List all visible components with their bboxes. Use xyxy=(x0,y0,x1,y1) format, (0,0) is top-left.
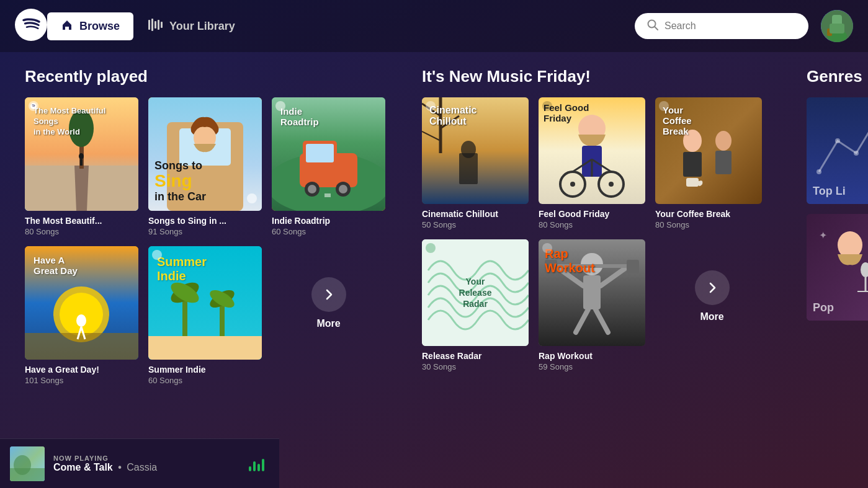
more-label: More xyxy=(316,318,340,329)
svg-point-52 xyxy=(461,141,476,158)
playlist-img-summer-indie: SummerIndie xyxy=(148,246,262,360)
playlist-name-3: Have a Great Day! xyxy=(25,365,138,375)
playlist-name-0: The Most Beautif... xyxy=(25,216,138,226)
new-music-more-button[interactable]: More xyxy=(655,239,769,353)
eq-bar-4 xyxy=(262,459,264,471)
library-label: Your Library xyxy=(169,20,235,33)
browse-button[interactable]: Browse xyxy=(47,12,133,40)
playlist-name-4: Summer Indie xyxy=(148,365,262,375)
svg-rect-5 xyxy=(161,22,163,28)
nf-name-radar: Release Radar xyxy=(422,351,529,361)
playlist-img-sing-car: Songs toSingin the Car xyxy=(148,97,262,211)
svg-point-86 xyxy=(835,138,840,143)
new-music-grid: CinematicChillout Cinematic Chillout 50 … xyxy=(422,97,782,371)
main-content: Recently played xyxy=(0,52,868,438)
genres-grid: Top Li xyxy=(807,97,868,321)
svg-rect-72 xyxy=(686,178,699,187)
playlist-card-indie-roadtrip[interactable]: IndieRoadtrip Indie Roadtrip 60 Songs xyxy=(272,97,385,236)
svg-rect-49 xyxy=(148,336,262,360)
avatar[interactable] xyxy=(821,10,853,42)
playlist-songs-3: 101 Songs xyxy=(25,376,138,385)
now-playing-info: NOW PLAYING Come & Talk • Cassia xyxy=(53,455,240,473)
svg-rect-2 xyxy=(151,19,153,31)
svg-point-87 xyxy=(854,151,859,156)
genres-section: Genres xyxy=(807,67,868,438)
eq-bar-1 xyxy=(249,466,251,471)
playlist-name-1: Songs to Sing in ... xyxy=(148,216,262,226)
genres-title: Genres xyxy=(807,67,868,86)
nf-songs-rap: 59 Songs xyxy=(539,362,645,371)
svg-rect-76 xyxy=(583,275,601,309)
svg-rect-69 xyxy=(683,152,702,177)
svg-rect-29 xyxy=(306,144,334,162)
svg-point-39 xyxy=(76,314,86,327)
svg-point-70 xyxy=(715,131,732,151)
nf-card-radar[interactable]: YourReleaseRadar Release Radar 30 Songs xyxy=(422,239,529,371)
recently-played-title: Recently played xyxy=(25,67,397,86)
header: Browse Your Library xyxy=(0,0,868,52)
playlist-songs-2: 60 Songs xyxy=(272,227,385,236)
recently-played-grid: The Most Beautiful Songsin the World The… xyxy=(25,97,397,385)
svg-rect-81 xyxy=(627,260,639,273)
svg-line-7 xyxy=(655,27,658,30)
svg-point-98 xyxy=(14,455,31,475)
svg-point-0 xyxy=(15,9,47,41)
nf-name-feelgood: Feel Good Friday xyxy=(539,209,645,219)
nf-songs-feelgood: 80 Songs xyxy=(539,220,645,229)
playlist-card-most-beautiful[interactable]: The Most Beautiful Songsin the World The… xyxy=(25,97,138,236)
nf-card-feelgood[interactable]: Feel GoodFriday Feel Good Friday 80 Song… xyxy=(539,97,645,229)
svg-rect-19 xyxy=(80,159,83,166)
nf-card-cinematic[interactable]: CinematicChillout Cinematic Chillout 50 … xyxy=(422,97,529,229)
genre-card-pop[interactable]: ✦ ✦ Pop xyxy=(807,214,868,321)
nf-img-cinematic: CinematicChillout xyxy=(422,97,529,204)
playlist-card-sing-car[interactable]: Songs toSingin the Car Songs to Sing in … xyxy=(148,97,262,236)
svg-rect-12 xyxy=(830,24,844,33)
nf-card-coffee[interactable]: YourCoffeeBreak Your Coffee Break 80 Son… xyxy=(655,97,762,229)
search-bar[interactable] xyxy=(635,13,808,39)
nf-more-circle-icon xyxy=(695,270,730,305)
playlist-songs-1: 91 Songs xyxy=(148,227,262,236)
browse-label: Browse xyxy=(79,20,120,33)
search-input[interactable] xyxy=(664,20,796,32)
library-icon xyxy=(148,19,163,34)
nf-name-cinematic: Cinematic Chillout xyxy=(422,209,529,219)
svg-point-20 xyxy=(30,103,37,109)
nf-img-coffee: YourCoffeeBreak xyxy=(655,97,762,204)
spotify-logo[interactable] xyxy=(15,9,47,43)
playlist-card-great-day[interactable]: Have AGreat Day Have a Great Day! 101 So… xyxy=(25,246,138,385)
svg-rect-34 xyxy=(324,193,331,197)
playlist-img-great-day: Have AGreat Day xyxy=(25,246,138,360)
eq-bar-2 xyxy=(253,461,256,471)
playlist-songs-0: 80 Songs xyxy=(25,227,138,236)
svg-point-33 xyxy=(339,185,347,193)
playlist-img-indie-roadtrip: IndieRoadtrip xyxy=(272,97,385,211)
svg-rect-1 xyxy=(148,20,150,30)
playlist-songs-4: 60 Songs xyxy=(148,376,262,385)
nf-img-radar: YourReleaseRadar xyxy=(422,239,529,346)
now-playing-bar: NOW PLAYING Come & Talk • Cassia xyxy=(0,438,279,488)
nf-name-rap: Rap Workout xyxy=(539,351,645,361)
now-playing-thumbnail xyxy=(10,446,45,481)
svg-rect-71 xyxy=(715,151,732,174)
nf-card-rap[interactable]: RapWorkout Rap Workout 59 Songs xyxy=(539,239,645,371)
more-circle-icon xyxy=(311,277,346,312)
recently-played-section: Recently played xyxy=(25,67,397,438)
nf-songs-cinematic: 50 Songs xyxy=(422,220,529,229)
new-music-friday-section: It's New Music Friday! xyxy=(422,67,782,438)
svg-marker-15 xyxy=(74,166,89,211)
svg-rect-3 xyxy=(154,21,156,29)
library-button[interactable]: Your Library xyxy=(148,19,235,34)
genre-card-topli[interactable]: Top Li xyxy=(807,97,868,204)
new-music-title: It's New Music Friday! xyxy=(422,67,782,86)
svg-point-62 xyxy=(570,182,575,187)
search-icon xyxy=(647,19,658,33)
svg-point-63 xyxy=(609,182,614,187)
svg-point-85 xyxy=(817,169,821,174)
eq-bar-3 xyxy=(257,464,260,471)
now-playing-equalizer xyxy=(249,456,264,471)
recently-played-more-button[interactable]: More xyxy=(272,246,385,360)
svg-text:✦: ✦ xyxy=(819,230,827,241)
svg-rect-38 xyxy=(25,333,138,360)
playlist-card-summer-indie[interactable]: SummerIndie Summer Indie 60 Songs xyxy=(148,246,262,385)
nf-songs-radar: 30 Songs xyxy=(422,362,529,371)
